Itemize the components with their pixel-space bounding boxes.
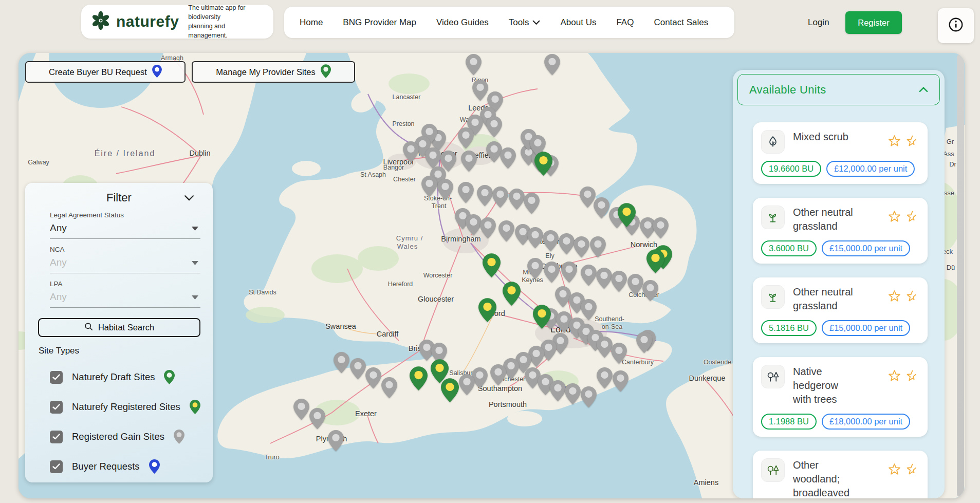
filter-select-lpa[interactable]: Any <box>50 288 200 308</box>
map-pin-gain-site[interactable] <box>309 408 325 431</box>
map-pin-gain-site[interactable] <box>403 141 419 164</box>
map-pin-gain-site[interactable] <box>544 54 560 77</box>
map-pin-gain-site[interactable] <box>594 197 609 220</box>
half-star-icon[interactable] <box>905 369 919 385</box>
star-icon[interactable] <box>887 462 901 478</box>
checkbox-checked[interactable] <box>50 431 63 443</box>
checkbox-checked[interactable] <box>50 371 63 384</box>
nav-item-contact-sales[interactable]: Contact Sales <box>654 17 708 28</box>
nav-item-home[interactable]: Home <box>300 17 323 28</box>
map-pin-gain-site[interactable] <box>492 187 508 210</box>
star-icon[interactable] <box>887 369 901 385</box>
map-pin-gain-site[interactable] <box>459 374 475 397</box>
nav-item-tools[interactable]: Tools <box>509 17 541 28</box>
map-pin-gain-site[interactable] <box>611 271 627 294</box>
site-type-row-registered-gain-sites[interactable]: Registered Gain Sites <box>50 428 200 445</box>
map-pin-gain-site[interactable] <box>524 193 540 216</box>
map-pin-gain-site[interactable] <box>477 185 493 208</box>
map-pin-gain-site[interactable] <box>642 280 658 303</box>
nav-item-faq[interactable]: FAQ <box>616 17 634 28</box>
chevron-down-icon[interactable] <box>184 194 194 203</box>
map-pin-gain-site[interactable] <box>581 265 597 288</box>
site-type-row-buyer-requests[interactable]: Buyer Requests <box>50 458 200 475</box>
login-link[interactable]: Login <box>808 0 829 45</box>
map-pin-registered-site[interactable] <box>646 249 664 275</box>
map-pin-registered-site[interactable] <box>533 305 551 331</box>
map-pin-gain-site[interactable] <box>293 399 309 422</box>
map-pin-gain-site[interactable] <box>597 367 613 390</box>
nav-item-bng-provider-map[interactable]: BNG Provider Map <box>343 17 416 28</box>
map-pin-gain-site[interactable] <box>466 54 482 77</box>
manage-provider-sites-button[interactable]: Manage My Provider Sites <box>192 61 355 83</box>
map-pin-gain-site[interactable] <box>328 430 344 453</box>
map-pin-gain-site[interactable] <box>590 236 606 259</box>
map-pin-gain-site[interactable] <box>381 377 397 400</box>
map-pin-gain-site[interactable] <box>458 127 474 151</box>
map-pin-gain-site[interactable] <box>365 367 381 390</box>
nav-item-about-us[interactable]: About Us <box>560 17 596 28</box>
map-pin-gain-site[interactable] <box>627 274 643 297</box>
map-pin-registered-site[interactable] <box>618 203 636 229</box>
map-pin-gain-site[interactable] <box>527 227 543 250</box>
map-pin-registered-site[interactable] <box>483 253 501 280</box>
map-pin-gain-site[interactable] <box>350 358 366 381</box>
map-pin-gain-site[interactable] <box>527 258 543 281</box>
map-pin-registered-site[interactable] <box>503 282 521 308</box>
half-star-icon[interactable] <box>905 134 919 150</box>
half-star-icon[interactable] <box>905 210 919 226</box>
map-pin-gain-site[interactable] <box>581 386 597 409</box>
available-unit-card[interactable]: Other woodland; broadleaved6.2534 BU£18,… <box>753 451 928 498</box>
map-pin-gain-site[interactable] <box>486 116 502 139</box>
map-pin-gain-site[interactable] <box>636 332 652 355</box>
map-pin-gain-site[interactable] <box>543 230 559 253</box>
map-pin-gain-site[interactable] <box>490 364 506 387</box>
map-pin-gain-site[interactable] <box>466 214 482 237</box>
map-pin-gain-site[interactable] <box>500 147 516 171</box>
map-pin-gain-site[interactable] <box>653 217 669 240</box>
map-pin-gain-site[interactable] <box>611 343 627 366</box>
map-scrollbar[interactable] <box>957 54 964 497</box>
half-star-icon[interactable] <box>905 462 919 478</box>
map-pin-gain-site[interactable] <box>461 151 477 174</box>
site-type-row-naturefy-draft-sites[interactable]: Naturefy Draft Sites <box>50 368 200 386</box>
map-pin-registered-site[interactable] <box>410 366 428 393</box>
available-unit-card[interactable]: Mixed scrub19.6600 BU£12,000.00 per unit <box>753 122 928 184</box>
map-pin-gain-site[interactable] <box>559 233 575 256</box>
map-pin-gain-site[interactable] <box>613 370 628 394</box>
map-pin-gain-site[interactable] <box>596 268 612 291</box>
map-pin-gain-site[interactable] <box>421 176 437 199</box>
logo-card[interactable]: naturefy The ultimate app for biodiversi… <box>81 5 273 39</box>
map-pin-gain-site[interactable] <box>550 380 566 403</box>
map-pin-gain-site[interactable] <box>458 182 474 205</box>
map-pin-gain-site[interactable] <box>561 262 577 285</box>
star-icon[interactable] <box>887 210 901 226</box>
available-unit-card[interactable]: Other neutral grassland3.6000 BU£15,000.… <box>753 198 928 264</box>
map-pin-gain-site[interactable] <box>509 189 525 212</box>
register-button[interactable]: Register <box>845 11 902 34</box>
info-button[interactable] <box>938 8 974 43</box>
available-unit-card[interactable]: Native hedgerow with trees1.1988 BU£18,0… <box>753 357 928 437</box>
map-pin-gain-site[interactable] <box>437 179 453 202</box>
nav-item-video-guides[interactable]: Video Guides <box>436 17 489 28</box>
checkbox-checked[interactable] <box>50 401 63 414</box>
map-pin-gain-site[interactable] <box>597 337 613 360</box>
map-pin-gain-site[interactable] <box>334 352 349 375</box>
map-pin-registered-site[interactable] <box>441 378 459 404</box>
map-pin-gain-site[interactable] <box>544 262 560 285</box>
map-pin-gain-site[interactable] <box>565 383 581 406</box>
habitat-search-button[interactable]: Habitat Search <box>38 318 200 337</box>
filter-select-legal-agreement-status[interactable]: Any <box>50 219 200 239</box>
star-icon[interactable] <box>887 134 901 150</box>
map-pin-gain-site[interactable] <box>574 236 589 259</box>
available-unit-card[interactable]: Other neutral grassland5.1816 BU£15,000.… <box>753 277 928 343</box>
map-pin-registered-site[interactable] <box>478 298 496 324</box>
checkbox-checked[interactable] <box>50 460 63 473</box>
create-buyer-bu-request-button[interactable]: Create Buyer BU Request <box>25 61 186 83</box>
map-pin-gain-site[interactable] <box>498 220 514 244</box>
site-type-row-naturefy-registered-sites[interactable]: Naturefy Registered Sites <box>50 398 200 416</box>
star-icon[interactable] <box>887 289 901 305</box>
map-pin-gain-site[interactable] <box>480 217 496 240</box>
available-units-header[interactable]: Available Units <box>737 74 940 105</box>
filter-select-nca[interactable]: Any <box>50 253 200 273</box>
map-container[interactable]: ArmaghRiponLancasterLeedsWakefieldPresto… <box>19 53 965 498</box>
